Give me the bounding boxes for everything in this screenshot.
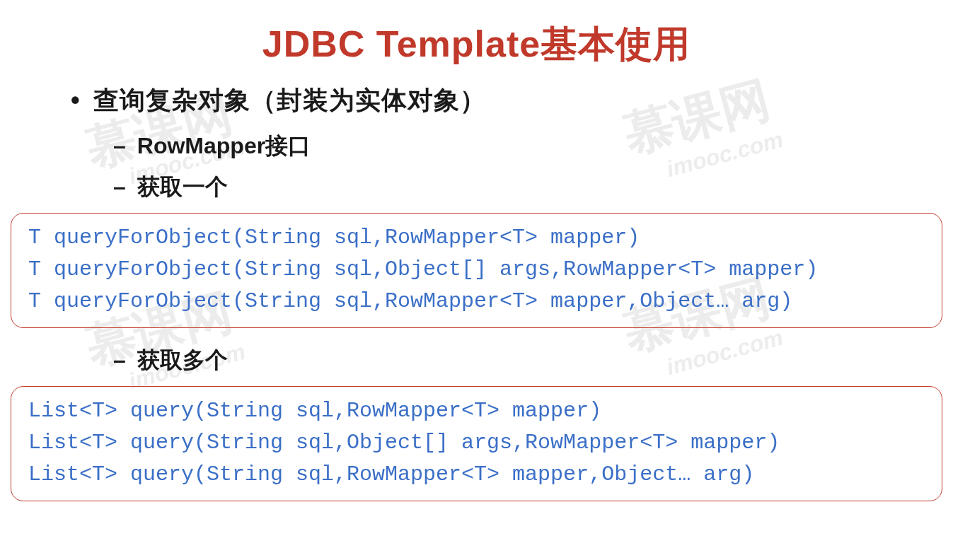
code-line: List<T> query(String sql,RowMapper<T> ma… (28, 395, 925, 427)
sub-bullet-get-one: 获取一个 (113, 172, 911, 203)
code-line: T queryForObject(String sql,Object[] arg… (28, 254, 925, 286)
sub-bullet-get-many: 获取多个 (113, 345, 911, 376)
code-line: T queryForObject(String sql,RowMapper<T>… (28, 286, 925, 317)
sub-bullet-rowmapper: RowMapper接口 (113, 131, 911, 162)
code-line: List<T> query(String sql,Object[] args,R… (28, 427, 925, 459)
code-line: List<T> query(String sql,RowMapper<T> ma… (28, 459, 925, 491)
code-box-multi: List<T> query(String sql,RowMapper<T> ma… (11, 386, 942, 501)
code-box-single: T queryForObject(String sql,RowMapper<T>… (11, 213, 942, 328)
page-title: JDBC Template基本使用 (0, 0, 953, 83)
main-bullet: 查询复杂对象（封装为实体对象） (71, 83, 911, 118)
code-line: T queryForObject(String sql,RowMapper<T>… (28, 222, 925, 254)
